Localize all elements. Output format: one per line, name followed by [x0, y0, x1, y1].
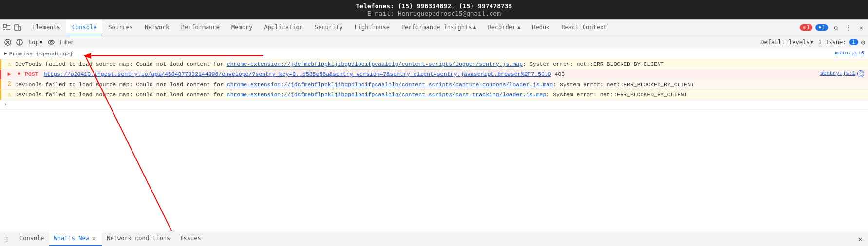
- tab-elements[interactable]: Elements: [26, 20, 66, 35]
- console-content: ▶ Promise {<pending>} main.js:6 ⚠ DevToo…: [0, 49, 868, 231]
- console-row-promise: ▶ Promise {<pending>} main.js:6: [0, 49, 868, 59]
- tab-console[interactable]: Console: [66, 20, 103, 35]
- settings-icon[interactable]: ⚙: [831, 23, 841, 33]
- post-file-link[interactable]: sentry.js:1: [820, 70, 855, 76]
- email-text: E-mail: Henriquepedrosc15@gmail.com: [367, 10, 501, 17]
- tab-bar-right: ⊗ 1 ⚑ 1 ⚙ ⋮ ✕: [800, 23, 866, 33]
- bottom-drawer: ⋮ Console What's New ✕ Network condition…: [0, 231, 868, 246]
- console-row-warning-1: ⚠ DevTools failed to load source map: Co…: [0, 59, 868, 70]
- tab-network[interactable]: Network: [139, 20, 175, 35]
- tab-performance-insights[interactable]: Performance insights ▲: [396, 20, 482, 35]
- context-label: top: [28, 39, 39, 46]
- tab-application[interactable]: Application: [258, 20, 308, 35]
- filter-input[interactable]: [60, 39, 756, 46]
- error-dot-icon: ●: [15, 70, 23, 77]
- whats-new-close-button[interactable]: ✕: [91, 235, 97, 242]
- warn-count-badge: ⚑ 1: [815, 24, 828, 31]
- svg-rect-4: [15, 25, 19, 30]
- tab-bar-icons: [2, 23, 22, 33]
- promise-text: Promise {<pending>}: [9, 51, 73, 57]
- close-devtools-icon[interactable]: ✕: [856, 23, 866, 33]
- devtools-panel: Elements Console Sources Network Perform…: [0, 19, 868, 246]
- console-row-error-post: ▶ ● POST https://o20410.ingest.sentry.io…: [0, 70, 868, 80]
- post-status: 403: [555, 71, 565, 77]
- error-expand-icon[interactable]: ▶: [5, 70, 13, 78]
- svg-rect-0: [3, 24, 6, 27]
- error-count-badge: ⊗ 1: [800, 24, 812, 31]
- source-map-link-3[interactable]: chrome-extension://jdcfmebflppkljibgpdlb…: [227, 91, 547, 98]
- expand-promise-icon[interactable]: ▶: [4, 50, 7, 56]
- clear-console-icon[interactable]: [3, 37, 13, 47]
- tab-recorder[interactable]: Recorder ▲: [482, 20, 526, 35]
- context-selector[interactable]: top ▼: [26, 38, 44, 46]
- console-toolbar: top ▼ Default levels ▼ 1 Issue: 1 ⚙: [0, 35, 868, 49]
- drawer-more-icon[interactable]: ⋮: [2, 234, 12, 244]
- warning-icon-1: ⚠: [5, 60, 13, 68]
- svg-point-12: [50, 41, 52, 43]
- context-dropdown-icon: ▼: [40, 40, 42, 45]
- warning-icon-3: ⚠: [5, 91, 13, 98]
- issue-count-text: 1 Issue:: [818, 39, 847, 46]
- recorder-icon: ▲: [517, 24, 520, 30]
- post-link[interactable]: https://o20410.ingest.sentry.io/api/4504…: [44, 71, 551, 77]
- source-map-link-2[interactable]: chrome-extension://jdcfmebflppkljibgpdlb…: [227, 81, 553, 88]
- default-levels-button[interactable]: Default levels ▼: [758, 38, 815, 46]
- inspect-element-icon[interactable]: [2, 23, 12, 33]
- post-label: POST: [25, 71, 38, 77]
- toolbar-settings-icon[interactable]: ⚙: [861, 38, 865, 46]
- tab-lighthouse[interactable]: Lighthouse: [349, 20, 396, 35]
- console-row-prompt[interactable]: ›: [0, 100, 868, 110]
- tab-memory[interactable]: Memory: [226, 20, 258, 35]
- promise-file-link[interactable]: main.js:6: [835, 50, 864, 56]
- tab-performance[interactable]: Performance: [175, 20, 226, 35]
- drawer-tab-console[interactable]: Console: [15, 231, 49, 246]
- device-toggle-icon[interactable]: [13, 23, 22, 33]
- source-map-link-1[interactable]: chrome-extension://jdcfmebflppkljibgpdlb…: [227, 61, 523, 67]
- tab-sources[interactable]: Sources: [102, 20, 139, 35]
- performance-insights-icon: ▲: [473, 24, 476, 30]
- toolbar-right: Default levels ▼ 1 Issue: 1 ⚙: [758, 38, 865, 46]
- drawer-close-button[interactable]: ✕: [854, 233, 866, 245]
- console-row-warning-2: 2 DevTools failed to load source map: Co…: [0, 80, 868, 90]
- more-options-icon[interactable]: ⋮: [844, 23, 853, 33]
- drawer-tab-whats-new[interactable]: What's New ✕: [49, 231, 102, 246]
- tab-redux[interactable]: Redux: [526, 20, 555, 35]
- svg-point-11: [48, 40, 54, 44]
- console-row-warning-3: ⚠ DevTools failed to load source map: Co…: [0, 90, 868, 100]
- stop-recording-icon[interactable]: [15, 37, 24, 47]
- svg-rect-5: [19, 27, 21, 30]
- devtools-tab-bar: Elements Console Sources Network Perform…: [0, 20, 868, 35]
- website-banner: Telefones: (15) 996334892, (15) 99747873…: [0, 0, 868, 19]
- drawer-tab-network-conditions[interactable]: Network conditions: [102, 231, 175, 246]
- warning-2-icon: 2: [5, 81, 13, 88]
- drawer-tab-bar: ⋮ Console What's New ✕ Network condition…: [0, 231, 868, 246]
- tab-react-context[interactable]: React Context: [555, 20, 613, 35]
- drawer-right: ✕: [854, 233, 866, 245]
- console-prompt-caret: ›: [4, 101, 7, 107]
- circle-2-badge: 2: [7, 81, 11, 88]
- tab-security[interactable]: Security: [309, 20, 349, 35]
- default-levels-dropdown-icon: ▼: [811, 40, 813, 45]
- post-info-icon[interactable]: ⓘ: [857, 70, 864, 77]
- eye-icon[interactable]: [46, 37, 56, 47]
- drawer-tab-issues[interactable]: Issues: [175, 231, 206, 246]
- issue-badge: 1: [849, 39, 858, 45]
- phone-text: Telefones: (15) 996334892, (15) 99747873…: [356, 2, 512, 10]
